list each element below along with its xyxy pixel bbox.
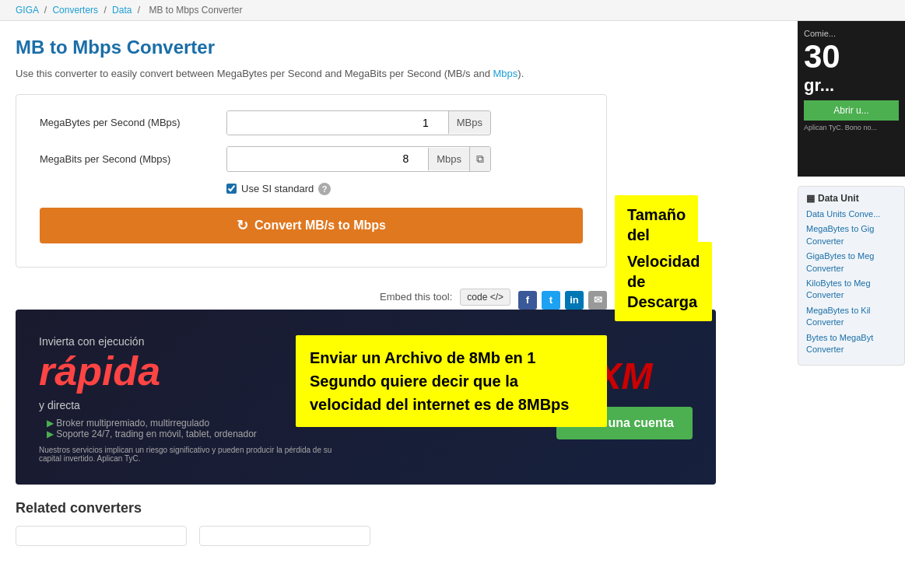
related-section: Related converters	[16, 500, 782, 546]
page-title: MB to Mbps Converter	[16, 37, 782, 58]
converter-box: MegaBytes per Second (MBps) MBps MegaBit…	[16, 94, 607, 268]
sidebar-link-megabytes-to-kil[interactable]: MegaBytes to Kil Converter	[806, 305, 896, 329]
field1-label: MegaBytes per Second (MBps)	[40, 117, 226, 128]
si-label: Use SI standard	[241, 183, 314, 194]
sidebar-link-gigabytes-to-meg[interactable]: GigaBytes to Meg Converter	[806, 250, 896, 275]
annotation-explanation: Enviar un Archivo de 8Mb en 1 Segundo qu…	[296, 335, 607, 427]
field1-unit: MBps	[448, 111, 490, 134]
help-icon[interactable]: ?	[318, 183, 331, 195]
field2-label: MegaBits per Second (Mbps)	[40, 153, 226, 165]
sidebar-ad-gr: gr...	[804, 75, 899, 96]
related-card-1[interactable]	[16, 526, 187, 546]
copy-button[interactable]: ⧉	[469, 147, 490, 171]
data-unit-box: ▦ Data Unit Data Units Conve... MegaByte…	[798, 186, 905, 366]
data-unit-title: ▦ Data Unit	[806, 193, 896, 204]
breadcrumb-giga[interactable]: GIGA	[16, 5, 38, 16]
field-row-mbps: MegaBytes per Second (MBps) MBps	[40, 110, 583, 135]
sidebar-link-0[interactable]: Data Units Conve...	[806, 208, 896, 220]
ad-disclaimer: Nuestros servicios implican un riesgo si…	[39, 446, 350, 463]
sidebar-link-kilobytes-to-meg[interactable]: KiloBytes to Meg Converter	[806, 278, 896, 302]
sidebar-right: Comie... 30 gr... Abrir u... Aplican TyC…	[798, 21, 905, 562]
breadcrumb: GIGA / Converters / Data / MB to Mbps Co…	[0, 0, 905, 21]
sidebar-ad-num: 30	[804, 38, 899, 75]
data-unit-icon: ▦	[806, 193, 815, 204]
social-icons: f t in ✉	[518, 291, 607, 310]
sidebar-link-bytes-to-megabyt[interactable]: Bytes to MegaByt Converter	[806, 332, 896, 356]
related-card-2[interactable]	[199, 526, 370, 546]
field1-input-group: MBps	[226, 110, 491, 135]
field2-input[interactable]	[227, 147, 428, 170]
email-icon[interactable]: ✉	[588, 291, 607, 310]
facebook-icon[interactable]: f	[518, 291, 537, 310]
page-description: Use this converter to easily convert bet…	[16, 66, 782, 82]
sidebar-ad-abrir-button[interactable]: Abrir u...	[804, 100, 899, 121]
twitter-icon[interactable]: t	[542, 291, 560, 310]
breadcrumb-current: MB to Mbps Converter	[149, 5, 242, 16]
si-checkbox[interactable]	[226, 184, 237, 194]
refresh-icon: ↻	[237, 217, 248, 234]
data-unit-title-text: Data Unit	[818, 193, 859, 204]
convert-button[interactable]: ↻ Convert MB/s to Mbps	[40, 208, 583, 243]
sidebar-ad-aplican: Aplican TyC. Bono no...	[804, 124, 899, 131]
convert-btn-label: Convert MB/s to Mbps	[254, 219, 386, 233]
related-title: Related converters	[16, 500, 782, 516]
sidebar-ad: Comie... 30 gr... Abrir u... Aplican TyC…	[798, 21, 905, 177]
si-standard-row: Use SI standard ?	[226, 183, 583, 195]
ad-bullet-2: Soporte 24/7, trading en móvil, tablet, …	[39, 429, 350, 439]
related-cards	[16, 526, 782, 546]
breadcrumb-converters[interactable]: Converters	[52, 5, 98, 16]
sidebar-link-megabytes-to-giga[interactable]: MegaBytes to Gig Converter	[806, 223, 896, 247]
embed-row: Embed this tool: code </> f t in ✉	[380, 285, 607, 310]
breadcrumb-data[interactable]: Data	[112, 5, 132, 16]
embed-label: Embed this tool:	[380, 291, 452, 303]
embed-code-button[interactable]: code </>	[460, 289, 510, 306]
field2-input-group: Mbps ⧉	[226, 146, 491, 172]
mbps-link[interactable]: Mbps	[493, 68, 518, 79]
field2-unit: Mbps	[428, 148, 469, 170]
field-row-mbits: MegaBits per Second (Mbps) Mbps ⧉	[40, 146, 583, 172]
field1-input[interactable]	[227, 111, 448, 135]
sidebar-ad-comie: Comie...	[804, 29, 899, 38]
linkedin-icon[interactable]: in	[565, 291, 584, 310]
annotation-velocidad: Velocidad de Descarga	[615, 242, 712, 321]
